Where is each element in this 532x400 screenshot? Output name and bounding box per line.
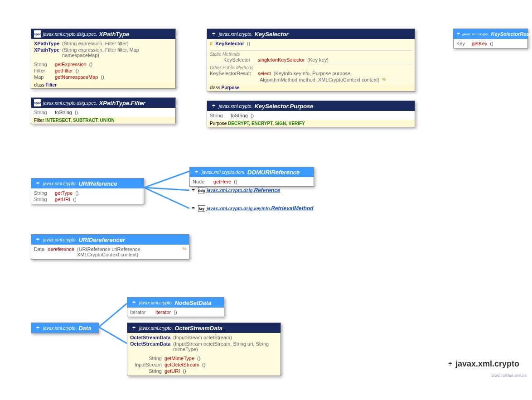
header: javax.xml.crypto.URIReference xyxy=(31,178,144,188)
body: OctetStreamData (InputStream octetStream… xyxy=(127,333,281,376)
svg-line-4 xyxy=(99,327,127,343)
package-label: javax.xml.crypto. xyxy=(43,181,77,186)
method: getType xyxy=(55,190,73,196)
svg-line-1 xyxy=(144,188,189,190)
class-name: KeySelector xyxy=(254,31,288,38)
interface-data: javax.xml.crypto.Data xyxy=(31,323,99,333)
body: StringtoString () xyxy=(31,108,175,117)
interface-name: NodeSetData xyxy=(174,299,211,306)
interface-name: DOMURIReference xyxy=(247,169,300,176)
package-icon xyxy=(446,361,454,368)
method: toString xyxy=(55,110,72,115)
key-icon: key xyxy=(198,205,205,212)
interface-name: KeySelectorResult xyxy=(491,31,532,37)
method: getOctetStream xyxy=(164,362,199,367)
body: NodegetHere () xyxy=(190,177,314,186)
body: KeygetKey () xyxy=(454,39,527,48)
interface-icon xyxy=(34,236,41,243)
package-label: javax.xml.crypto. xyxy=(139,326,173,331)
svg-line-3 xyxy=(99,304,127,327)
class-octetstreamdata: javax.xml.crypto.OctetStreamData OctetSt… xyxy=(127,323,281,376)
method: getExpression xyxy=(55,62,87,67)
header: javax.xml.crypto.KeySelector.Purpose xyxy=(207,101,415,111)
interface-icon xyxy=(130,299,137,306)
section-static: Static Methods xyxy=(210,50,412,57)
footer: Filter INTERSECT, SUBTRACT, UNION xyxy=(31,117,175,124)
method: iterator xyxy=(155,309,171,315)
ctor: XPathType xyxy=(34,41,59,46)
method: getURI xyxy=(55,197,70,202)
body: StringtoString () xyxy=(207,111,415,120)
header: javax.xml.crypto.NodeSetData xyxy=(127,298,224,308)
class-xpathtype-filter: spec javax.xml.crypto.dsig.spec.XPathTyp… xyxy=(31,97,176,124)
package-label: javax.xml.crypto. xyxy=(43,326,77,331)
interface-uridereferencer: javax.xml.crypto.URIDereferencer Datader… xyxy=(31,234,189,260)
method: toString xyxy=(231,113,248,118)
dsig-icon: dsig xyxy=(198,187,205,193)
ref-reference[interactable]: dsig javax.xml.crypto.dsig.Reference xyxy=(189,187,281,194)
header: spec javax.xml.crypto.dsig.spec.XPathTyp… xyxy=(31,29,175,39)
header: javax.xml.crypto.dom.DOMURIReference xyxy=(190,167,314,177)
header: javax.xml.crypto.URIDereferencer xyxy=(31,235,189,245)
package-label: javax.xml.crypto. xyxy=(139,300,173,305)
page-title: javax.xml.crypto xyxy=(446,359,519,369)
svg-line-0 xyxy=(144,171,189,188)
body: StringgetType () StringgetURI () xyxy=(31,188,144,204)
section-other: Other Public Methods xyxy=(210,64,412,70)
class-icon xyxy=(210,102,217,110)
link-text[interactable]: javax.xml.crypto.dsig.keyinfo.RetrievalM… xyxy=(207,205,314,212)
header: javax.xml.crypto.KeySelectorResult xyxy=(454,29,527,39)
method: getURI xyxy=(164,368,180,374)
class-keyselector-purpose: javax.xml.crypto.KeySelector.Purpose Str… xyxy=(207,101,415,127)
method: singletonKeySelector xyxy=(258,57,305,63)
class-keyselector: javax.xml.crypto.KeySelector #KeySelecto… xyxy=(207,29,415,92)
package-label: javax.xml.crypto.dsig.spec. xyxy=(43,32,97,37)
header: spec javax.xml.crypto.dsig.spec.XPathTyp… xyxy=(31,98,175,108)
ctor: XPathType xyxy=(34,47,59,58)
footer: class Purpose xyxy=(207,84,415,91)
package-label: javax.xml.crypto.dom. xyxy=(202,170,246,175)
spec-icon: spec xyxy=(34,99,41,106)
interface-icon xyxy=(34,180,41,187)
class-icon xyxy=(130,324,137,332)
interface-icon xyxy=(193,169,200,176)
method: dereference xyxy=(48,246,74,257)
spec-icon: spec xyxy=(34,30,41,38)
method: getHere xyxy=(213,179,231,184)
watermark: www.falkhausen.de xyxy=(492,373,527,378)
body: XPathType (String expression, Filter fil… xyxy=(31,39,175,82)
interface-icon xyxy=(189,187,197,194)
method: getKey xyxy=(472,41,487,46)
method: select xyxy=(258,71,271,76)
interface-icon xyxy=(189,205,197,212)
footer: Purpose DECRYPT, ENCRYPT, SIGN, VERIFY xyxy=(207,120,415,127)
class-name: KeySelector.Purpose xyxy=(254,103,313,110)
connector-urireference xyxy=(144,167,190,212)
class-xpathtype: spec javax.xml.crypto.dsig.spec.XPathTyp… xyxy=(31,29,176,89)
interface-domurireference: javax.xml.crypto.dom.DOMURIReference Nod… xyxy=(189,167,314,187)
class-name: XPathType.Filter xyxy=(99,100,145,106)
package-label: javax.xml.crypto.dsig.spec. xyxy=(43,101,97,106)
method: getMimeType xyxy=(164,356,194,361)
body: Iteratoriterator () xyxy=(127,308,224,317)
class-name: OctetStreamData xyxy=(174,325,222,332)
ref-retrievalmethod[interactable]: key javax.xml.crypto.dsig.keyinfo.Retrie… xyxy=(189,205,314,212)
package-label: javax.xml.crypto. xyxy=(219,32,252,37)
method: getFilter xyxy=(55,68,73,73)
interface-icon xyxy=(456,30,460,38)
interface-name: URIReference xyxy=(78,180,117,187)
svg-line-2 xyxy=(144,188,189,208)
ctor: OctetStreamData xyxy=(130,335,170,340)
class-icon xyxy=(210,30,217,38)
body: Datadereference (URIReference uriReferen… xyxy=(31,245,189,259)
link-text[interactable]: javax.xml.crypto.dsig.Reference xyxy=(207,187,281,193)
package-label: javax.xml.crypto. xyxy=(462,32,489,36)
package-label: javax.xml.crypto. xyxy=(43,237,77,242)
package-label: javax.xml.crypto. xyxy=(219,104,252,109)
interface-urireference: javax.xml.crypto.URIReference StringgetT… xyxy=(31,178,144,204)
ctor: OctetStreamData xyxy=(130,341,170,352)
ctor: KeySelector xyxy=(215,41,244,46)
interface-keyselectorresult: javax.xml.crypto.KeySelectorResult Keyge… xyxy=(453,29,528,48)
interface-name: URIDereferencer xyxy=(78,236,125,243)
connector-data xyxy=(99,299,128,353)
